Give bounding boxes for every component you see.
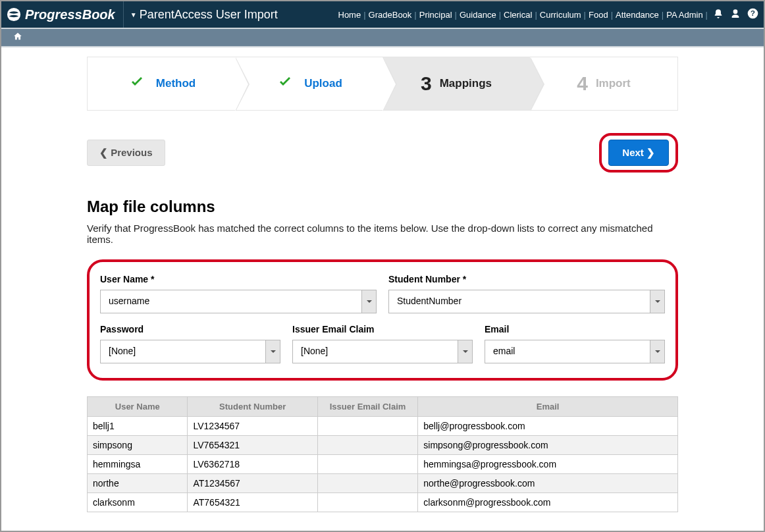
username-value: username	[101, 290, 361, 313]
studentnumber-select[interactable]: StudentNumber	[388, 290, 665, 313]
table-row: bellj1LV1234567bellj@progressbook.com	[88, 417, 678, 436]
chevron-left-icon: ❮	[99, 147, 108, 158]
previous-label: Previous	[111, 147, 152, 158]
caret-down-icon: ▼	[130, 11, 137, 18]
wizard-steps: Method Upload 3 Mappings 4 Import	[87, 57, 678, 111]
check-icon	[127, 72, 147, 95]
th-issuer: Issuer Email Claim	[317, 397, 417, 417]
nav-clerical[interactable]: Clerical	[504, 10, 532, 20]
step-import: 4 Import	[530, 57, 677, 110]
check-icon	[275, 72, 295, 95]
table-cell: clarksonm@progressbook.com	[418, 493, 678, 512]
table-cell: hemmingsa@progressbook.com	[418, 455, 678, 474]
dropdown-button[interactable]	[361, 290, 376, 313]
table-header-row: User Name Student Number Issuer Email Cl…	[88, 397, 678, 417]
email-value: email	[485, 340, 650, 363]
bell-icon[interactable]	[713, 9, 724, 21]
nav-curriculum[interactable]: Curriculum	[540, 10, 581, 20]
table-cell	[317, 474, 417, 493]
email-label: Email	[485, 324, 665, 334]
table-cell	[317, 436, 417, 455]
studentnumber-label: Student Number *	[388, 274, 665, 284]
dropdown-button[interactable]	[650, 290, 664, 313]
th-studentnumber: Student Number	[188, 397, 317, 417]
table-cell: bellj1	[88, 417, 188, 436]
brand-text: ProgressBook	[25, 7, 115, 22]
help-icon[interactable]: ?	[747, 8, 758, 21]
field-email: Email email	[485, 324, 665, 363]
step-number: 3	[421, 72, 432, 95]
table-row: hemmingsaLV6362718hemmingsa@progressbook…	[88, 455, 678, 474]
brand-icon	[7, 7, 21, 22]
next-button-highlight: Next ❯	[599, 133, 678, 173]
studentnumber-value: StudentNumber	[389, 290, 650, 313]
user-icon[interactable]	[730, 9, 741, 21]
brand-logo[interactable]: ProgressBook	[7, 1, 124, 28]
step-method-label: Method	[156, 77, 196, 90]
table-cell: clarksonm	[88, 493, 188, 512]
nav-principal[interactable]: Principal	[419, 10, 452, 20]
password-label: Password	[100, 324, 280, 334]
table-cell: AT1234567	[188, 474, 317, 493]
nav-food[interactable]: Food	[589, 10, 608, 20]
step-import-label: Import	[596, 77, 631, 90]
nav-guidance[interactable]: Guidance	[460, 10, 496, 20]
nav-home[interactable]: Home	[338, 10, 361, 20]
page-title-text: ParentAccess User Import	[140, 8, 278, 22]
step-mappings: 3 Mappings	[382, 57, 530, 110]
field-studentnumber: Student Number * StudentNumber	[388, 274, 665, 313]
nav-attendance[interactable]: Attendance	[616, 10, 659, 20]
step-upload-label: Upload	[304, 77, 342, 90]
table-cell: northe	[88, 474, 188, 493]
section-title: Map file columns	[87, 198, 678, 216]
table-row: clarksonmAT7654321clarksonm@progressbook…	[88, 493, 678, 512]
top-bar: ProgressBook ▼ ParentAccess User Import …	[1, 1, 764, 28]
next-label: Next	[622, 147, 644, 158]
table-cell: bellj@progressbook.com	[418, 417, 678, 436]
breadcrumb-bar	[1, 28, 764, 47]
issuer-label: Issuer Email Claim	[292, 324, 473, 334]
field-issuer-email: Issuer Email Claim [None]	[292, 324, 473, 363]
table-cell	[317, 455, 417, 474]
next-button[interactable]: Next ❯	[608, 140, 669, 166]
home-icon[interactable]	[13, 32, 22, 43]
password-select[interactable]: [None]	[100, 340, 280, 363]
th-email: Email	[418, 397, 678, 417]
svg-point-0	[7, 8, 20, 21]
table-cell: hemmingsa	[88, 455, 188, 474]
issuer-value: [None]	[293, 340, 458, 363]
table-row: simpsongLV7654321simpsong@progressbook.c…	[88, 436, 678, 455]
table-cell: LV1234567	[188, 417, 317, 436]
nav-pa-admin[interactable]: PA Admin	[666, 10, 702, 20]
step-upload[interactable]: Upload	[235, 57, 382, 110]
table-cell: northe@progressbook.com	[418, 474, 678, 493]
username-label: User Name *	[100, 274, 377, 284]
th-username: User Name	[88, 397, 188, 417]
previous-button[interactable]: ❮ Previous	[87, 140, 165, 166]
chevron-right-icon: ❯	[646, 147, 655, 158]
table-cell: LV6362718	[188, 455, 317, 474]
preview-table: User Name Student Number Issuer Email Cl…	[87, 396, 678, 512]
table-cell: simpsong@progressbook.com	[418, 436, 678, 455]
dropdown-button[interactable]	[650, 340, 664, 363]
username-select[interactable]: username	[100, 290, 377, 313]
page-title-dropdown[interactable]: ▼ ParentAccess User Import	[130, 8, 278, 22]
issuer-select[interactable]: [None]	[292, 340, 473, 363]
step-number: 4	[577, 72, 588, 95]
email-select[interactable]: email	[485, 340, 665, 363]
mapping-highlight-box: User Name * username Student Number * St…	[87, 259, 678, 381]
table-cell	[317, 493, 417, 512]
table-cell	[317, 417, 417, 436]
dropdown-button[interactable]	[265, 340, 280, 363]
step-mappings-label: Mappings	[440, 77, 492, 90]
step-method[interactable]: Method	[88, 57, 235, 110]
section-help-text: Verify that ProgressBook has matched the…	[87, 223, 678, 245]
table-cell: simpsong	[88, 436, 188, 455]
table-cell: AT7654321	[188, 493, 317, 512]
password-value: [None]	[101, 340, 265, 363]
svg-text:?: ?	[751, 9, 755, 17]
field-username: User Name * username	[100, 274, 377, 313]
table-cell: LV7654321	[188, 436, 317, 455]
dropdown-button[interactable]	[458, 340, 472, 363]
nav-gradebook[interactable]: GradeBook	[369, 10, 412, 20]
